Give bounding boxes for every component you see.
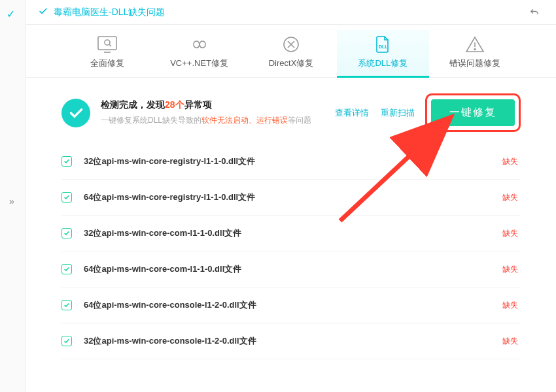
- warning-triangle-icon: [462, 34, 487, 55]
- status-badge: 缺失: [502, 336, 518, 347]
- tab-full-repair[interactable]: 全面修复: [61, 30, 153, 77]
- list-item: 32位api-ms-win-core-registry-l1-1-0.dll文件…: [61, 144, 521, 180]
- item-name: 32位api-ms-win-core-com-l1-1-0.dll文件: [84, 227, 502, 239]
- svg-point-2: [105, 40, 110, 45]
- status-badge: 缺失: [502, 192, 518, 203]
- item-name: 32位api-ms-win-core-registry-l1-1-0.dll文件: [84, 155, 502, 167]
- item-name: 64位api-ms-win-core-com-l1-1-0.dll文件: [84, 263, 502, 275]
- dll-item-list: 32位api-ms-win-core-registry-l1-1-0.dll文件…: [26, 141, 556, 359]
- tab-error-repair[interactable]: 错误问题修复: [429, 30, 521, 77]
- item-name: 64位api-ms-win-core-console-l1-2-0.dll文件: [84, 299, 502, 311]
- tab-label: VC++.NET修复: [170, 57, 228, 69]
- undo-icon[interactable]: [529, 7, 540, 21]
- status-badge: 缺失: [502, 300, 518, 311]
- expand-sidebar-icon[interactable]: »: [9, 196, 14, 206]
- tab-directx-repair[interactable]: DirectX修复: [245, 30, 337, 77]
- app-logo-icon: ✓: [7, 8, 15, 20]
- tab-vcnet-repair[interactable]: VC++.NET修复: [153, 30, 245, 77]
- status-badge: 缺失: [502, 264, 518, 275]
- title-bar: 毒霸电脑医生-DLL缺失问题: [26, 0, 556, 25]
- list-item: 32位api-ms-win-core-console-l1-2-0.dll文件 …: [61, 323, 521, 359]
- one-click-fix-button[interactable]: 一键修复: [431, 99, 515, 126]
- item-checkbox[interactable]: [61, 156, 72, 167]
- directx-icon: [279, 34, 304, 55]
- item-checkbox[interactable]: [61, 192, 72, 203]
- vs-infinity-icon: [187, 34, 212, 55]
- item-name: 64位api-ms-win-core-registry-l1-1-0.dll文件: [84, 191, 502, 203]
- dll-file-icon: DLL: [370, 34, 395, 55]
- svg-point-7: [474, 49, 476, 50]
- monitor-search-icon: [95, 34, 120, 55]
- fix-button-highlight: 一键修复: [425, 93, 521, 132]
- check-complete-icon: [61, 99, 90, 127]
- svg-text:DLL: DLL: [379, 44, 388, 49]
- list-item: 64位api-ms-win-core-registry-l1-1-0.dll文件…: [61, 180, 521, 216]
- item-checkbox[interactable]: [61, 228, 72, 238]
- tab-label: DirectX修复: [269, 57, 314, 69]
- window-title: 毒霸电脑医生-DLL缺失问题: [54, 7, 165, 18]
- svg-rect-0: [98, 37, 116, 50]
- list-item: 32位api-ms-win-core-com-l1-1-0.dll文件 缺失: [61, 216, 521, 252]
- summary-row: 检测完成，发现28个异常项 一键修复系统DLL缺失导致的软件无法启动、运行错误等…: [26, 78, 556, 141]
- tabs-bar: 全面修复 VC++.NET修复 DirectX修复 DLL 系统DLL修复 错误…: [26, 25, 556, 78]
- status-badge: 缺失: [502, 228, 518, 239]
- list-item: 64位api-ms-win-core-console-l1-2-0.dll文件 …: [61, 287, 521, 323]
- item-checkbox[interactable]: [61, 264, 72, 274]
- status-badge: 缺失: [502, 156, 518, 167]
- rescan-link[interactable]: 重新扫描: [381, 108, 415, 118]
- tab-system-dll-repair[interactable]: DLL 系统DLL修复: [337, 30, 428, 77]
- item-name: 32位api-ms-win-core-console-l1-2-0.dll文件: [84, 335, 502, 347]
- tab-label: 全面修复: [90, 57, 124, 69]
- svg-line-3: [109, 44, 111, 46]
- summary-title: 检测完成，发现28个异常项: [101, 99, 326, 111]
- tab-label: 错误问题修复: [449, 57, 500, 69]
- view-detail-link[interactable]: 查看详情: [335, 108, 369, 118]
- app-icon: [38, 6, 48, 19]
- tab-label: 系统DLL修复: [358, 57, 408, 69]
- item-checkbox[interactable]: [61, 300, 72, 310]
- item-checkbox[interactable]: [61, 336, 72, 346]
- list-item: 64位api-ms-win-core-com-l1-1-0.dll文件 缺失: [61, 252, 521, 287]
- summary-subtitle: 一键修复系统DLL缺失导致的软件无法启动、运行错误等问题: [101, 115, 326, 126]
- left-sidebar: ✓ »: [0, 0, 26, 392]
